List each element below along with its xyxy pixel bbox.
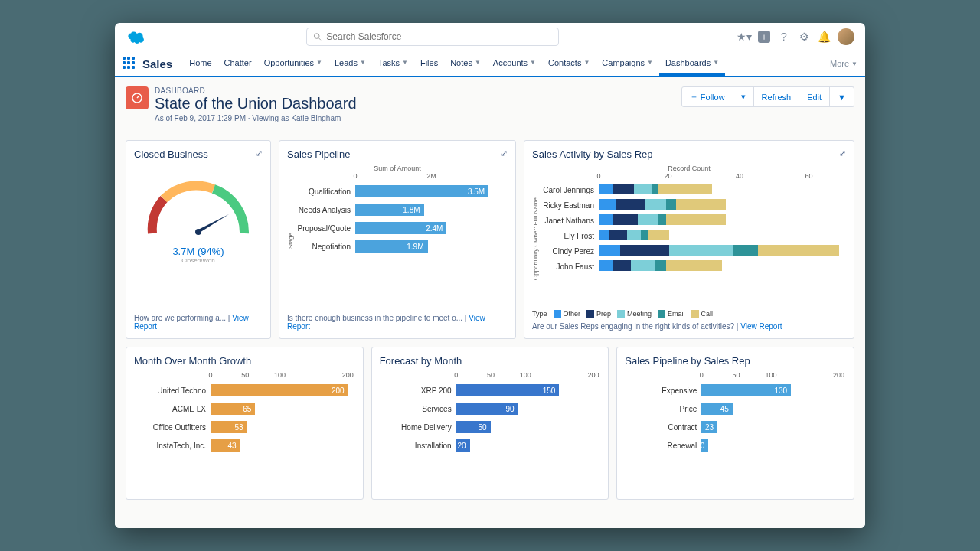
bar: 50 — [456, 421, 491, 433]
bar-row: Contract23 — [625, 419, 846, 435]
app-name: Sales — [142, 57, 172, 70]
segment — [599, 184, 612, 194]
nav-chatter[interactable]: Chatter — [218, 51, 258, 76]
bar-row: Office Outfitters53 — [134, 419, 355, 435]
card-mom-growth: Month Over Month Growth 050100200 United… — [126, 347, 364, 500]
bar-row: Proposal/Quote2.4M — [294, 220, 508, 236]
bar-label: Cindy Perez — [539, 247, 599, 256]
dashboard-content: Closed Business ⤢ 3.7M (94%) Closed/Won … — [115, 132, 865, 528]
bar: 45 — [701, 403, 732, 415]
x-axis-label: Sum of Amount — [287, 165, 508, 172]
bar: 23 — [701, 421, 717, 433]
bar-row: Price45 — [625, 400, 846, 417]
segment — [676, 199, 726, 210]
nav-notes[interactable]: Notes ▼ — [444, 51, 487, 76]
bar-row: Expensive130 — [625, 382, 846, 399]
segment — [641, 230, 648, 240]
bar: 1.8M — [355, 204, 424, 216]
nav-more[interactable]: More ▼ — [830, 59, 858, 68]
segment — [599, 245, 620, 256]
card-title: Forecast by Month — [380, 355, 601, 367]
stacked-row: Ricky Eastman — [539, 198, 846, 212]
stacked-row: Ely Frost — [539, 229, 846, 243]
segment — [627, 230, 641, 240]
favorites-icon[interactable]: ★▾ — [738, 31, 750, 43]
search-box[interactable] — [306, 28, 559, 46]
expand-icon[interactable]: ⤢ — [839, 148, 846, 158]
bar: 20 — [456, 439, 470, 452]
bar: 200 — [211, 384, 348, 396]
segment — [758, 245, 839, 256]
bar-row: Home Delivery50 — [380, 419, 601, 435]
refresh-button[interactable]: Refresh — [754, 86, 800, 107]
segment — [648, 230, 670, 240]
bar: 1.9M — [355, 240, 428, 253]
nav-home[interactable]: Home — [183, 51, 217, 76]
expand-icon[interactable]: ⤢ — [501, 148, 508, 158]
card-closed-business: Closed Business ⤢ 3.7M (94%) Closed/Won … — [126, 140, 271, 339]
more-actions-dropdown[interactable]: ▼ — [830, 86, 854, 107]
avatar[interactable] — [838, 28, 854, 45]
card-sales-activity: Sales Activity by Sales Rep ⤢ Record Cou… — [524, 140, 854, 339]
card-title: Sales Pipeline — [287, 148, 508, 160]
follow-dropdown[interactable]: ▾ — [733, 86, 754, 107]
card-title: Sales Activity by Sales Rep — [532, 148, 846, 160]
segment — [612, 260, 630, 271]
bar-label: Services — [380, 405, 456, 413]
card-title: Closed Business — [134, 148, 263, 160]
help-icon[interactable]: ? — [778, 31, 790, 43]
bar: 3.5M — [355, 185, 488, 197]
card-forecast: Forecast by Month 050100200 XRP 200150Se… — [371, 347, 609, 500]
add-icon[interactable]: ＋ — [758, 31, 770, 43]
legend: TypeOtherPrepMeetingEmailCall — [532, 310, 846, 318]
bar: 65 — [211, 403, 255, 415]
segment — [669, 245, 733, 256]
bar-row: Renewal10 — [625, 437, 846, 454]
bar: 53 — [211, 421, 247, 433]
card-sales-pipeline: Sales Pipeline ⤢ Sum of Amount Stage 02M… — [279, 140, 516, 339]
legend-item: Call — [691, 310, 714, 318]
bar-row: InstaTech, Inc.43 — [134, 437, 355, 454]
page-header: DASHBOARD State of the Union Dashboard A… — [115, 77, 865, 132]
expand-icon[interactable]: ⤢ — [256, 148, 263, 158]
bar-label: Renewal — [625, 442, 701, 450]
svg-point-3 — [195, 229, 201, 235]
legend-label: Type — [532, 310, 547, 318]
legend-item: Other — [554, 310, 581, 318]
search-input[interactable] — [326, 31, 552, 42]
nav-campaigns[interactable]: Campaigns ▼ — [596, 51, 659, 76]
bar-label: Carol Jennings — [539, 186, 599, 194]
nav-bar: Sales HomeChatterOpportunities ▼Leads ▼T… — [115, 51, 865, 77]
segment — [612, 184, 634, 194]
follow-button[interactable]: ＋ Follow — [681, 86, 733, 107]
bar-label: John Faust — [539, 262, 599, 271]
setup-gear-icon[interactable]: ⚙ — [798, 31, 810, 43]
card-title: Sales Pipeline by Sales Rep — [625, 355, 846, 367]
nav-accounts[interactable]: Accounts ▼ — [487, 51, 542, 76]
app-launcher-icon[interactable] — [122, 57, 136, 70]
legend-item: Prep — [586, 310, 611, 318]
nav-opportunities[interactable]: Opportunities ▼ — [258, 51, 328, 76]
dashboard-icon — [126, 86, 149, 109]
x-axis-label: Record Count — [532, 165, 846, 172]
top-bar: ★▾ ＋ ? ⚙ 🔔 — [115, 23, 865, 51]
notifications-bell-icon[interactable]: 🔔 — [818, 31, 830, 43]
segment — [599, 260, 612, 271]
segment — [638, 214, 659, 225]
nav-leads[interactable]: Leads ▼ — [328, 51, 372, 76]
y-axis-label: Stage — [287, 172, 294, 309]
segment — [616, 199, 645, 210]
segment — [599, 214, 612, 225]
stacked-row: Janet Nathans — [539, 214, 846, 227]
nav-dashboards[interactable]: Dashboards ▼ — [659, 51, 725, 76]
nav-contacts[interactable]: Contacts ▼ — [542, 51, 596, 76]
salesforce-logo-icon — [126, 30, 145, 44]
svg-line-1 — [318, 37, 321, 40]
view-report-link[interactable]: View Report — [740, 322, 782, 331]
edit-button[interactable]: Edit — [799, 86, 830, 107]
nav-tasks[interactable]: Tasks ▼ — [372, 51, 414, 76]
bar: 43 — [211, 439, 240, 452]
bar: 150 — [456, 384, 560, 396]
nav-files[interactable]: Files — [414, 51, 444, 76]
bar-label: Ricky Eastman — [539, 201, 599, 210]
